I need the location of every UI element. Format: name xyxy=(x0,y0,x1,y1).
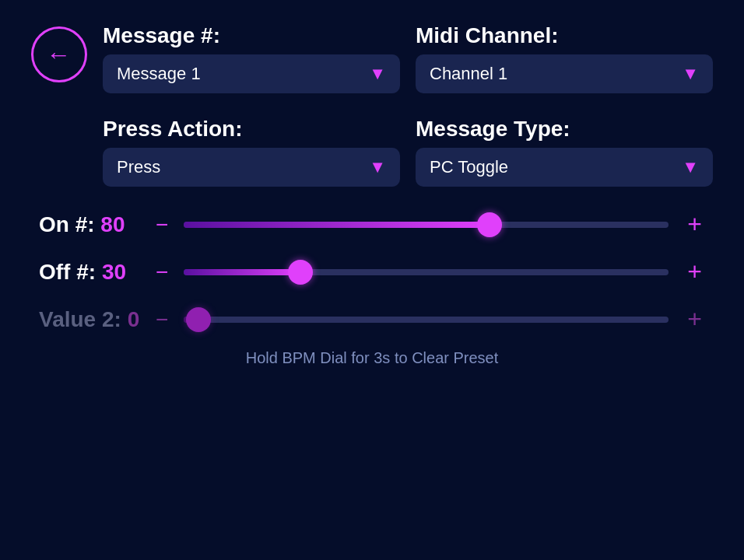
on-number-thumb[interactable] xyxy=(477,212,502,237)
off-number-row: Off #: 30 − + xyxy=(31,257,713,286)
on-number-plus-button[interactable]: + xyxy=(684,210,705,239)
midi-channel-dropdown[interactable]: Channel 1 ▼ xyxy=(416,54,713,93)
on-number-label: On #: 80 xyxy=(39,212,140,237)
message-type-value: PC Toggle xyxy=(430,157,508,177)
top-row: ← Message #: Message 1 ▼ Midi Channel: C… xyxy=(31,23,713,93)
on-number-track xyxy=(184,222,669,228)
midi-channel-dropdown-arrow: ▼ xyxy=(682,64,699,84)
off-number-minus-button[interactable]: − xyxy=(153,260,171,285)
midi-channel-value: Channel 1 xyxy=(430,64,507,84)
on-number-slider-container[interactable] xyxy=(184,220,669,229)
top-fields: Message #: Message 1 ▼ Midi Channel: Cha… xyxy=(103,23,713,93)
value2-value: 0 xyxy=(128,307,140,331)
off-number-plus-button[interactable]: + xyxy=(684,257,705,286)
off-number-thumb[interactable] xyxy=(288,260,313,285)
midi-channel-label: Midi Channel: xyxy=(416,23,713,48)
back-arrow-icon: ← xyxy=(46,42,71,67)
footer: Hold BPM Dial for 3s to Clear Preset xyxy=(31,349,713,367)
message-type-label: Message Type: xyxy=(416,117,713,142)
slider-section: On #: 80 − + Off #: 30 − xyxy=(31,210,713,334)
off-number-fill xyxy=(184,269,300,275)
on-number-fill xyxy=(184,222,489,228)
value2-row: Value 2: 0 − + xyxy=(31,305,713,334)
on-number-minus-button[interactable]: − xyxy=(153,212,171,237)
message-number-label: Message #: xyxy=(103,23,400,48)
press-action-group: Press Action: Press ▼ xyxy=(103,117,400,187)
off-number-label: Off #: 30 xyxy=(39,260,140,285)
value2-thumb[interactable] xyxy=(186,307,211,332)
message-number-group: Message #: Message 1 ▼ xyxy=(103,23,400,93)
value2-slider-container[interactable] xyxy=(184,315,669,324)
off-number-slider-container[interactable] xyxy=(184,268,669,277)
midi-channel-group: Midi Channel: Channel 1 ▼ xyxy=(416,23,713,93)
message-number-dropdown[interactable]: Message 1 ▼ xyxy=(103,54,400,93)
middle-rows: Press Action: Press ▼ Message Type: PC T… xyxy=(103,117,713,187)
off-number-value: 30 xyxy=(102,260,126,284)
press-action-label: Press Action: xyxy=(103,117,400,142)
message-type-group: Message Type: PC Toggle ▼ xyxy=(416,117,713,187)
message-type-dropdown-arrow: ▼ xyxy=(682,157,699,177)
value2-minus-button[interactable]: − xyxy=(153,307,171,332)
off-number-track xyxy=(184,269,669,275)
value2-label: Value 2: 0 xyxy=(39,307,140,332)
main-container: ← Message #: Message 1 ▼ Midi Channel: C… xyxy=(0,0,744,560)
message-number-value: Message 1 xyxy=(117,64,201,84)
value2-track xyxy=(184,317,669,323)
message-type-dropdown[interactable]: PC Toggle ▼ xyxy=(416,148,713,187)
press-action-dropdown-arrow: ▼ xyxy=(369,157,386,177)
value2-plus-button[interactable]: + xyxy=(684,305,705,334)
press-action-dropdown[interactable]: Press ▼ xyxy=(103,148,400,187)
on-number-row: On #: 80 − + xyxy=(31,210,713,239)
back-button[interactable]: ← xyxy=(31,26,87,82)
message-number-dropdown-arrow: ▼ xyxy=(369,64,386,84)
on-number-value: 80 xyxy=(100,212,125,236)
press-action-value: Press xyxy=(117,157,160,177)
footer-text: Hold BPM Dial for 3s to Clear Preset xyxy=(246,349,499,366)
